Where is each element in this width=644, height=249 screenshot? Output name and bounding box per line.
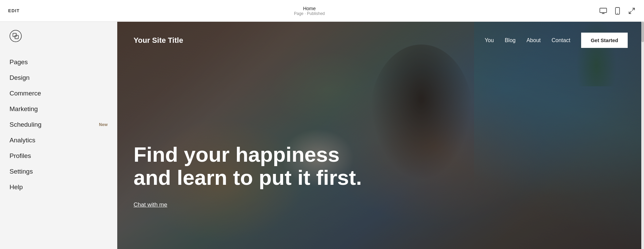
sidebar-item-profiles-label: Profiles bbox=[10, 152, 31, 160]
sidebar-item-marketing-label: Marketing bbox=[10, 105, 38, 113]
hero-nav-links: You Blog About Contact bbox=[485, 37, 570, 43]
nav-link-about[interactable]: About bbox=[526, 37, 541, 43]
sidebar: Pages Design Commerce Marketing Scheduli… bbox=[0, 22, 117, 249]
svg-point-7 bbox=[10, 30, 21, 42]
svg-rect-8 bbox=[13, 33, 16, 37]
edit-button[interactable]: EDIT bbox=[8, 8, 20, 13]
hero-nav: Your Site Title You Blog About Contact G… bbox=[117, 22, 644, 59]
sidebar-item-profiles[interactable]: Profiles bbox=[0, 148, 117, 164]
nav-link-blog[interactable]: Blog bbox=[505, 37, 516, 43]
sidebar-item-pages-label: Pages bbox=[10, 58, 28, 66]
page-status: Page · Published bbox=[294, 11, 325, 16]
top-bar-left: EDIT bbox=[8, 8, 20, 13]
svg-line-5 bbox=[632, 8, 634, 11]
nav-link-contact[interactable]: Contact bbox=[552, 37, 570, 43]
sidebar-nav: Pages Design Commerce Marketing Scheduli… bbox=[0, 54, 117, 195]
sidebar-item-settings[interactable]: Settings bbox=[0, 164, 117, 179]
hero-headline-line2: and learn to put it first. bbox=[134, 166, 362, 189]
svg-rect-0 bbox=[600, 8, 607, 13]
sidebar-item-help-label: Help bbox=[10, 183, 23, 191]
svg-rect-9 bbox=[15, 35, 18, 39]
sidebar-item-analytics[interactable]: Analytics bbox=[0, 132, 117, 148]
sidebar-item-design[interactable]: Design bbox=[0, 70, 117, 86]
svg-line-6 bbox=[629, 11, 631, 14]
expand-icon[interactable] bbox=[628, 7, 636, 15]
main-layout: Pages Design Commerce Marketing Scheduli… bbox=[0, 22, 644, 249]
hero-headline-line1: Find your happiness bbox=[134, 143, 340, 166]
sidebar-item-analytics-label: Analytics bbox=[10, 137, 35, 144]
hero-nav-right: You Blog About Contact Get Started bbox=[485, 33, 628, 48]
hero-chat-link[interactable]: Chat with me bbox=[134, 201, 167, 208]
sidebar-item-commerce-label: Commerce bbox=[10, 90, 41, 97]
sidebar-item-pages[interactable]: Pages bbox=[0, 54, 117, 70]
desktop-icon[interactable] bbox=[599, 7, 607, 15]
sidebar-item-marketing[interactable]: Marketing bbox=[0, 101, 117, 117]
scheduling-new-badge: New bbox=[99, 122, 108, 127]
page-title: Home bbox=[294, 6, 325, 11]
svg-point-4 bbox=[617, 13, 618, 14]
hero-headline: Find your happiness and learn to put it … bbox=[134, 143, 362, 189]
sidebar-item-scheduling[interactable]: Scheduling New bbox=[0, 117, 117, 132]
sidebar-item-design-label: Design bbox=[10, 74, 30, 82]
hero-site-title: Your Site Title bbox=[134, 36, 183, 45]
top-bar: EDIT Home Page · Published bbox=[0, 0, 644, 22]
sidebar-item-help[interactable]: Help bbox=[0, 179, 117, 195]
page-info: Home Page · Published bbox=[294, 6, 325, 16]
sidebar-item-settings-label: Settings bbox=[10, 168, 33, 175]
hero-content: Find your happiness and learn to put it … bbox=[134, 143, 362, 208]
mobile-icon[interactable] bbox=[613, 7, 622, 15]
hero-cta-button[interactable]: Get Started bbox=[581, 33, 628, 48]
sidebar-item-scheduling-label: Scheduling bbox=[10, 121, 41, 128]
preview-area: Your Site Title You Blog About Contact G… bbox=[117, 22, 644, 249]
top-bar-right bbox=[599, 7, 636, 15]
sidebar-logo bbox=[0, 30, 117, 54]
nav-link-you[interactable]: You bbox=[485, 37, 494, 43]
sidebar-item-commerce[interactable]: Commerce bbox=[0, 86, 117, 101]
hero-section: Your Site Title You Blog About Contact G… bbox=[117, 22, 644, 249]
